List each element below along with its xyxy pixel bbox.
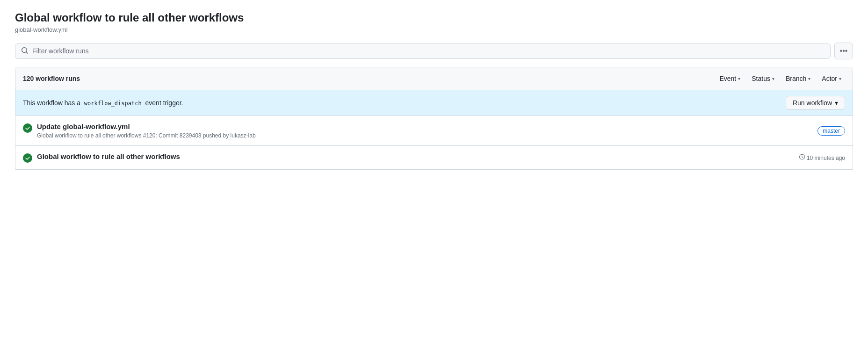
search-bar: ••• [15,43,853,59]
branch-badge[interactable]: master [817,126,845,136]
workflow-header: 120 workflow runs Event ▾ Status ▾ Branc… [15,67,853,90]
workflow-run-info: Global workflow to rule all other workfl… [37,152,845,162]
workflow-count: 120 workflow runs [23,75,80,82]
dispatch-banner: This workflow has a workflow_dispatch ev… [15,90,853,116]
workflow-run-item: Global workflow to rule all other workfl… [15,146,853,170]
search-input-wrapper [15,43,831,59]
main-container: 120 workflow runs Event ▾ Status ▾ Branc… [15,67,853,170]
event-filter-button[interactable]: Event ▾ [716,73,744,84]
clock-icon [799,154,805,161]
time-info: 10 minutes ago [799,154,845,161]
chevron-down-icon: ▾ [738,76,740,81]
workflow-run-item: Update global-workflow.yml Global workfl… [15,116,853,146]
ellipsis-icon: ••• [840,47,848,55]
search-input[interactable] [32,47,825,55]
workflow-run-meta: Global workflow to rule all other workfl… [37,132,810,139]
workflow-run-name: Global workflow to rule all other workfl… [37,152,845,160]
success-status-icon [23,153,32,163]
page-title: Global workflow to rule all other workfl… [15,11,853,24]
time-label: 10 minutes ago [807,154,845,161]
chevron-down-icon: ▾ [808,76,810,81]
search-icon [21,47,29,56]
filter-buttons: Event ▾ Status ▾ Branch ▾ Actor ▾ [716,73,845,84]
branch-filter-button[interactable]: Branch ▾ [782,73,814,84]
success-status-icon [23,123,32,133]
run-workflow-dropdown-button[interactable]: Run workflow ▾ [786,96,845,110]
chevron-down-icon: ▾ [835,99,838,107]
page-subtitle: global-workflow.yml [15,26,853,33]
chevron-down-icon: ▾ [772,76,774,81]
actor-filter-button[interactable]: Actor ▾ [818,73,845,84]
more-options-button[interactable]: ••• [834,43,853,59]
dispatch-text: This workflow has a workflow_dispatch ev… [23,99,183,107]
workflow-run-name: Update global-workflow.yml [37,123,810,130]
chevron-down-icon: ▾ [839,76,841,81]
status-filter-button[interactable]: Status ▾ [748,73,778,84]
workflow-run-info: Update global-workflow.yml Global workfl… [37,123,810,139]
dispatch-code: workflow_dispatch [82,99,144,108]
